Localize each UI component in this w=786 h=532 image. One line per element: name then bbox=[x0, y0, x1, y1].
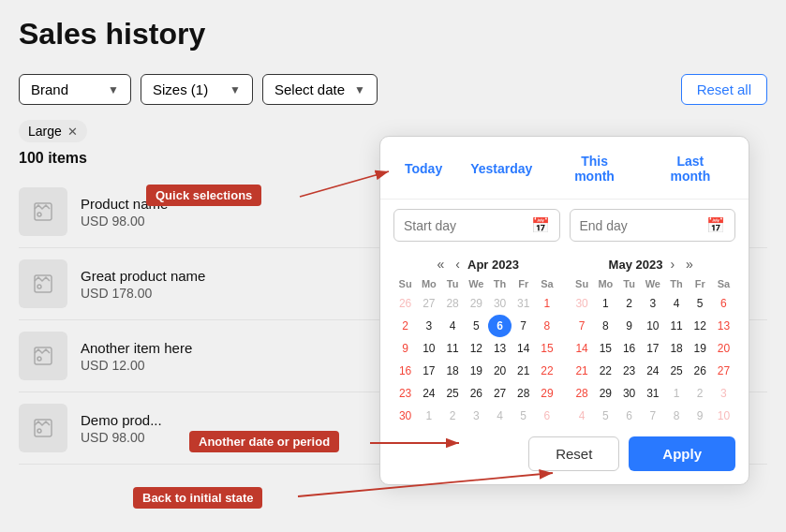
calendar-day[interactable]: 4 bbox=[571, 405, 594, 427]
last-month-button[interactable]: Last month bbox=[645, 148, 735, 189]
calendar-day[interactable]: 8 bbox=[594, 315, 617, 337]
calendar-day[interactable]: 29 bbox=[535, 382, 558, 405]
calendar-day[interactable]: 28 bbox=[441, 292, 465, 315]
calendar-day[interactable]: 7 bbox=[512, 315, 535, 337]
calendar-day[interactable]: 26 bbox=[393, 292, 417, 315]
calendar-day[interactable]: 9 bbox=[393, 337, 417, 360]
calendar-day[interactable]: 3 bbox=[641, 292, 664, 315]
calendar-day[interactable]: 7 bbox=[641, 405, 664, 427]
calendar-day[interactable]: 30 bbox=[393, 405, 417, 427]
calendar-day[interactable]: 4 bbox=[441, 315, 465, 337]
calendar-day[interactable]: 3 bbox=[712, 382, 735, 405]
calendar-day[interactable]: 12 bbox=[689, 315, 712, 337]
calendar-day[interactable]: 4 bbox=[488, 405, 512, 427]
calendar-day[interactable]: 5 bbox=[594, 405, 617, 427]
calendar-day[interactable]: 28 bbox=[571, 382, 594, 405]
calendar-day[interactable]: 27 bbox=[488, 382, 512, 405]
apply-button[interactable]: Apply bbox=[629, 436, 735, 471]
calendar-day[interactable]: 8 bbox=[535, 315, 558, 337]
tag-close-icon[interactable]: ✕ bbox=[67, 125, 78, 139]
yesterday-button[interactable]: Yestarday bbox=[459, 148, 543, 189]
calendar-day[interactable]: 5 bbox=[689, 292, 712, 315]
calendar-day[interactable]: 14 bbox=[571, 337, 594, 360]
calendar-day[interactable]: 31 bbox=[641, 382, 664, 405]
calendar-day[interactable]: 6 bbox=[488, 315, 512, 337]
reset-button[interactable]: Reset bbox=[528, 436, 619, 471]
date-filter[interactable]: Select date ▼ bbox=[262, 74, 378, 105]
calendar-day[interactable]: 10 bbox=[417, 337, 440, 360]
calendar-day[interactable]: 29 bbox=[594, 382, 617, 405]
calendar-day[interactable]: 22 bbox=[535, 360, 558, 382]
calendar-day[interactable]: 2 bbox=[441, 405, 465, 427]
calendar-day[interactable]: 11 bbox=[441, 337, 465, 360]
calendar-day[interactable]: 6 bbox=[712, 292, 735, 315]
calendar-day[interactable]: 9 bbox=[689, 405, 712, 427]
calendar-day[interactable]: 25 bbox=[441, 382, 465, 405]
calendar-day[interactable]: 6 bbox=[535, 405, 558, 427]
end-date-input[interactable] bbox=[580, 218, 700, 233]
calendar-day[interactable]: 3 bbox=[465, 405, 488, 427]
calendar-day[interactable]: 23 bbox=[617, 360, 641, 382]
calendar-day[interactable]: 23 bbox=[393, 382, 417, 405]
calendar-day[interactable]: 7 bbox=[571, 315, 594, 337]
calendar-day[interactable]: 1 bbox=[417, 405, 440, 427]
brand-filter[interactable]: Brand ▼ bbox=[19, 74, 131, 105]
calendar-day[interactable]: 29 bbox=[465, 292, 488, 315]
calendar-day[interactable]: 17 bbox=[417, 360, 440, 382]
calendar-day[interactable]: 13 bbox=[488, 337, 512, 360]
calendar-day[interactable]: 26 bbox=[689, 360, 712, 382]
calendar-day[interactable]: 19 bbox=[689, 337, 712, 360]
calendar-day[interactable]: 21 bbox=[512, 360, 535, 382]
calendar-day[interactable]: 10 bbox=[641, 315, 664, 337]
calendar-day[interactable]: 2 bbox=[617, 292, 641, 315]
calendar-day[interactable]: 4 bbox=[664, 292, 688, 315]
april-prev2-button[interactable]: ‹ bbox=[452, 257, 464, 272]
calendar-day[interactable]: 2 bbox=[689, 382, 712, 405]
calendar-day[interactable]: 16 bbox=[617, 337, 641, 360]
calendar-day[interactable]: 30 bbox=[571, 292, 594, 315]
calendar-day[interactable]: 27 bbox=[712, 360, 735, 382]
may-next-button[interactable]: › bbox=[666, 257, 678, 272]
calendar-day[interactable]: 9 bbox=[617, 315, 641, 337]
start-date-input[interactable] bbox=[404, 218, 524, 233]
calendar-day[interactable]: 20 bbox=[488, 360, 512, 382]
calendar-day[interactable]: 5 bbox=[465, 315, 488, 337]
april-prev-button[interactable]: « bbox=[434, 257, 449, 272]
calendar-day[interactable]: 26 bbox=[465, 382, 488, 405]
today-button[interactable]: Today bbox=[393, 148, 453, 189]
calendar-day[interactable]: 11 bbox=[664, 315, 688, 337]
calendar-day[interactable]: 14 bbox=[512, 337, 535, 360]
calendar-day[interactable]: 12 bbox=[465, 337, 488, 360]
calendar-day[interactable]: 24 bbox=[417, 382, 440, 405]
calendar-day[interactable]: 28 bbox=[512, 382, 535, 405]
calendar-day[interactable]: 15 bbox=[594, 337, 617, 360]
calendar-day[interactable]: 13 bbox=[712, 315, 735, 337]
calendar-day[interactable]: 6 bbox=[617, 405, 641, 427]
calendar-day[interactable]: 1 bbox=[535, 292, 558, 315]
calendar-day[interactable]: 2 bbox=[393, 315, 417, 337]
calendar-day[interactable]: 17 bbox=[641, 337, 664, 360]
calendar-day[interactable]: 15 bbox=[535, 337, 558, 360]
calendar-day[interactable]: 8 bbox=[664, 405, 688, 427]
calendar-day[interactable]: 31 bbox=[512, 292, 535, 315]
may-next2-button[interactable]: » bbox=[682, 257, 697, 272]
calendar-day[interactable]: 18 bbox=[441, 360, 465, 382]
calendar-day[interactable]: 3 bbox=[417, 315, 440, 337]
calendar-day[interactable]: 20 bbox=[712, 337, 735, 360]
calendar-day[interactable]: 27 bbox=[417, 292, 440, 315]
calendar-day[interactable]: 1 bbox=[664, 382, 688, 405]
reset-all-button[interactable]: Reset all bbox=[681, 74, 767, 105]
calendar-day[interactable]: 25 bbox=[664, 360, 688, 382]
calendar-day[interactable]: 1 bbox=[594, 292, 617, 315]
calendar-day[interactable]: 5 bbox=[512, 405, 535, 427]
calendar-day[interactable]: 30 bbox=[488, 292, 512, 315]
calendar-day[interactable]: 22 bbox=[594, 360, 617, 382]
calendar-day[interactable]: 19 bbox=[465, 360, 488, 382]
calendar-day[interactable]: 21 bbox=[571, 360, 594, 382]
calendar-day[interactable]: 10 bbox=[712, 405, 735, 427]
this-month-button[interactable]: This month bbox=[549, 148, 639, 189]
calendar-day[interactable]: 16 bbox=[393, 360, 417, 382]
calendar-day[interactable]: 30 bbox=[617, 382, 641, 405]
sizes-filter[interactable]: Sizes (1) ▼ bbox=[141, 74, 253, 105]
calendar-day[interactable]: 24 bbox=[641, 360, 664, 382]
